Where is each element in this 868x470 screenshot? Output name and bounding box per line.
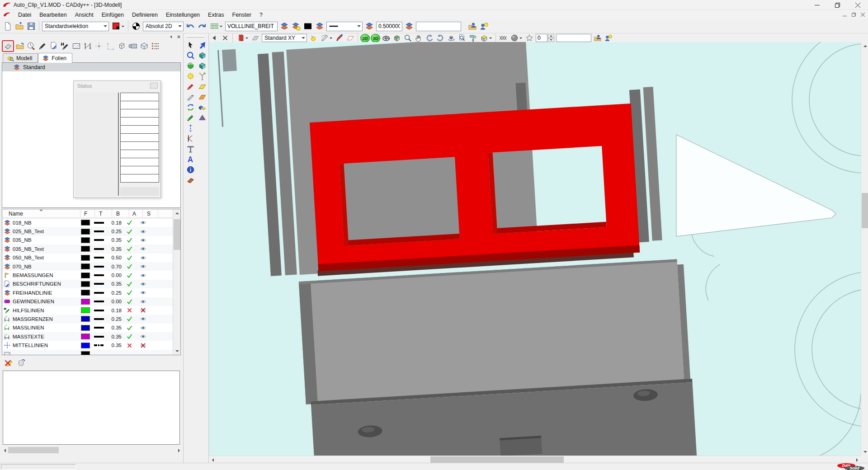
linetype-input[interactable] — [225, 22, 278, 31]
layer-row[interactable]: 025_NB_Text0.25 — [2, 227, 180, 235]
import-folder-button[interactable] — [14, 41, 25, 52]
menu-item-help[interactable]: ? — [255, 11, 267, 19]
iso-view-button[interactable] — [392, 34, 402, 42]
layer-row[interactable]: GEWINDELINIEN0.00 — [2, 297, 180, 306]
chevron-down-icon[interactable] — [122, 26, 124, 28]
shading-mode-button[interactable] — [478, 34, 494, 42]
dock-close-button[interactable] — [220, 34, 231, 42]
layer-linetype[interactable] — [90, 283, 107, 285]
layer-color-swatch[interactable] — [81, 255, 90, 261]
layer-active-cell[interactable] — [123, 289, 136, 296]
layer-linetype[interactable] — [90, 230, 107, 232]
scroll-left-icon[interactable] — [1, 446, 9, 454]
layer-linetype[interactable] — [90, 310, 107, 311]
edit-sheet-button[interactable] — [48, 41, 59, 52]
layer-row[interactable]: MASSLINIEN0.35 — [2, 324, 180, 332]
layer-row[interactable]: 070_NB0.70 — [2, 262, 180, 271]
scroll-down-icon[interactable] — [173, 347, 181, 355]
layer-linetype[interactable] — [90, 301, 107, 302]
draw-pencil-button[interactable] — [37, 41, 48, 52]
layer-row[interactable]: MASSTEXTE0.35 — [2, 332, 180, 341]
draw-curve-button[interactable] — [319, 34, 334, 42]
coordinate-mode-combobox[interactable]: Absolut 2D — [143, 22, 184, 31]
cube-view-b-button[interactable] — [197, 61, 208, 71]
new-document-button[interactable] — [2, 20, 14, 32]
light-ball-button[interactable] — [185, 71, 196, 81]
layer-color-swatch[interactable] — [81, 237, 90, 243]
mode-2d-button[interactable]: 2D — [360, 34, 370, 42]
layer-linetype[interactable] — [90, 336, 107, 338]
layer-active-cell[interactable] — [123, 237, 136, 244]
layer-visible-cell[interactable] — [136, 298, 150, 305]
draw-green-pen-button[interactable] — [185, 113, 196, 123]
layer-color-swatch[interactable] — [81, 334, 90, 339]
layer-visible-cell[interactable] — [136, 281, 150, 287]
scrollbar-thumb[interactable] — [430, 456, 564, 463]
construction-button[interactable] — [104, 41, 116, 52]
layer-row[interactable]: BEMASSUNGEN0.00 — [2, 271, 180, 279]
centerline-button[interactable] — [93, 41, 104, 52]
tab-modell[interactable]: Modell — [3, 53, 38, 63]
workplane-button[interactable] — [250, 34, 261, 42]
chevron-down-icon[interactable] — [220, 26, 222, 28]
layer-color-swatch[interactable] — [81, 351, 90, 355]
spin-down-icon[interactable] — [548, 38, 554, 42]
menu-item-extras[interactable]: Extras — [204, 11, 228, 19]
layer-active-cell[interactable] — [123, 219, 136, 226]
rotate-view-button[interactable] — [381, 34, 392, 42]
zoom-all-button[interactable] — [457, 34, 467, 42]
zoom-window-button[interactable] — [402, 34, 413, 42]
construction-axis-button[interactable] — [185, 123, 196, 133]
dock-back-button[interactable] — [209, 34, 220, 42]
layer-color-swatch[interactable] — [81, 316, 90, 322]
message-output-box[interactable] — [3, 371, 180, 445]
hatch-button[interactable] — [71, 41, 82, 52]
layer-color-swatch[interactable] — [81, 246, 90, 252]
view-angle-spin-buttons[interactable] — [548, 34, 554, 42]
layer-color-swatch[interactable] — [81, 299, 90, 305]
tab-folien[interactable]: Folien — [38, 53, 72, 63]
detail-list-button[interactable] — [150, 41, 161, 52]
panel-undock-button[interactable] — [168, 34, 175, 40]
mdi-minimize-button[interactable] — [840, 10, 849, 19]
line-width-input[interactable] — [376, 22, 402, 31]
cube-view-a-button[interactable] — [197, 50, 208, 61]
layer-active-cell[interactable] — [123, 263, 136, 270]
thread-button[interactable] — [127, 41, 138, 52]
wireframe-button[interactable] — [116, 41, 127, 52]
chevron-down-icon[interactable] — [330, 38, 332, 40]
col-linetype[interactable]: T — [99, 211, 102, 217]
layer-linetype[interactable] — [90, 318, 107, 320]
layer-visible-cell[interactable] — [136, 219, 150, 226]
col-name[interactable]: Name — [9, 211, 23, 217]
layer-visible-cell[interactable] — [136, 307, 150, 314]
pen-color-button[interactable] — [302, 20, 314, 32]
selection-color-button[interactable] — [110, 20, 126, 32]
tree-item-standard[interactable]: Standard — [2, 63, 180, 71]
layer-color-swatch[interactable] — [81, 220, 90, 226]
layer-visible-cell[interactable] — [136, 289, 150, 296]
group-visibility-2-button[interactable] — [603, 34, 614, 42]
close-button[interactable] — [848, 0, 868, 10]
undo-button[interactable] — [184, 20, 196, 32]
spin-up-icon[interactable] — [548, 34, 554, 38]
layer-row[interactable]: MASSGRENZEN0.25 — [2, 315, 180, 323]
select-button[interactable] — [185, 40, 196, 50]
layer-visibility-button[interactable] — [290, 20, 302, 32]
layer-table-header[interactable]: Name F T B A S — [2, 209, 180, 218]
layer-active-cell[interactable] — [123, 307, 136, 314]
layer-assign-color-button[interactable] — [314, 20, 326, 32]
grid-settings-button[interactable] — [208, 20, 224, 32]
layer-assign-style-button[interactable] — [363, 20, 375, 32]
chevron-down-icon[interactable] — [519, 38, 522, 40]
mdi-restore-button[interactable] — [849, 10, 858, 19]
delete-marked-button[interactable] — [3, 357, 14, 368]
wedge-button[interactable] — [197, 113, 208, 123]
layer-color-swatch[interactable] — [81, 290, 90, 296]
plane-yellow-button[interactable] — [197, 81, 208, 92]
layer-linetype[interactable] — [90, 248, 107, 250]
tree-view-button[interactable] — [197, 71, 208, 81]
status-window[interactable]: Status — [73, 80, 161, 198]
redo-button[interactable] — [196, 20, 208, 32]
rotate-left-button[interactable] — [424, 34, 435, 42]
